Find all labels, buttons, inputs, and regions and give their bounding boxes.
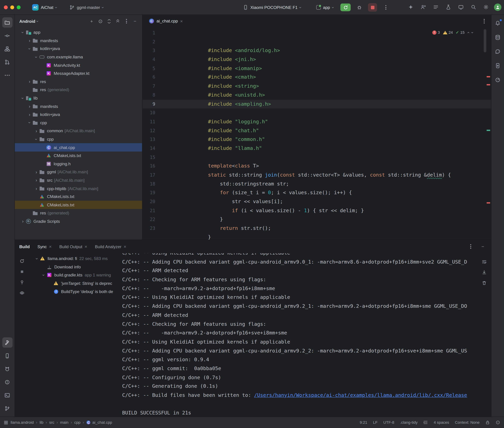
device-file-explorer-icon[interactable] xyxy=(493,32,503,42)
line-number[interactable]: 6 xyxy=(142,73,155,82)
more-options-icon[interactable] xyxy=(467,243,474,250)
project-tree-item[interactable]: res xyxy=(15,78,142,86)
project-tree-item[interactable]: Gradle Scripts xyxy=(15,217,142,225)
project-widget[interactable]: AC AiChat › xyxy=(29,3,60,12)
line-number[interactable]: 5 xyxy=(142,64,155,73)
pull-requests-icon[interactable] xyxy=(2,57,12,67)
tree-chevron-icon[interactable] xyxy=(27,37,33,44)
project-tree-item[interactable]: CMakeLists.txt xyxy=(15,151,142,160)
breadcrumb-item[interactable]: main xyxy=(60,420,72,425)
tree-chevron-icon[interactable] xyxy=(27,102,33,110)
editor-scrollbar[interactable] xyxy=(484,29,486,52)
stop-sync-icon[interactable] xyxy=(18,268,26,275)
line-number[interactable]: 4 xyxy=(142,55,155,64)
tree-chevron-icon[interactable] xyxy=(27,111,33,118)
line-number[interactable]: 1 xyxy=(142,29,155,38)
more-run-options-button[interactable] xyxy=(381,3,390,12)
line-number[interactable]: 7 xyxy=(142,82,155,91)
breadcrumb-item[interactable]: src xyxy=(49,420,58,425)
line-number[interactable]: 16 xyxy=(142,162,155,171)
tree-chevron-icon[interactable] xyxy=(34,168,39,176)
close-tab-icon[interactable]: × xyxy=(49,244,52,249)
line-number[interactable]: 9 xyxy=(142,100,155,109)
line-separator[interactable]: LF xyxy=(373,420,377,425)
build-tree-item[interactable]: Download info xyxy=(29,263,122,271)
tree-chevron-icon[interactable] xyxy=(20,28,26,36)
code-line[interactable]: 16 std::ostringstream str; xyxy=(142,162,491,171)
code-with-me-button[interactable] xyxy=(419,3,428,11)
tool-problems-icon[interactable] xyxy=(2,377,12,387)
tree-chevron-icon[interactable] xyxy=(34,135,39,143)
tree-chevron-icon[interactable] xyxy=(34,127,39,135)
line-number[interactable]: 10 xyxy=(142,109,155,117)
context-widget[interactable]: Context: None xyxy=(455,420,480,425)
run-config-selector[interactable]: app › xyxy=(315,3,335,12)
caret-position[interactable]: 9:21 xyxy=(360,420,367,425)
indent-setting[interactable]: 4 spaces xyxy=(434,420,449,425)
close-tab-icon[interactable]: × xyxy=(124,244,126,249)
tree-chevron-icon[interactable] xyxy=(40,160,46,168)
file-encoding[interactable]: UTF-8 xyxy=(383,420,394,425)
code-line[interactable]: 11 #include "common.h" xyxy=(142,117,491,126)
lock-icon[interactable] xyxy=(485,420,490,425)
tree-chevron-icon[interactable] xyxy=(34,176,39,184)
editor-tab[interactable]: ai_chat.cpp × xyxy=(145,15,186,27)
zoom-window-button[interactable] xyxy=(17,6,20,9)
profiler-gauge-icon[interactable] xyxy=(493,74,503,85)
tree-chevron-icon[interactable] xyxy=(40,61,46,69)
close-tab-icon[interactable]: × xyxy=(85,244,87,249)
project-tree-item[interactable]: CMakeLists.txt xyxy=(15,192,142,201)
build-tree-item[interactable]: BuildType 'debug' is both de xyxy=(29,287,122,296)
line-number[interactable]: 19 xyxy=(142,189,155,198)
code-line[interactable]: 14 template<class T> xyxy=(142,144,491,153)
tree-chevron-icon[interactable] xyxy=(48,280,53,287)
code-line[interactable]: 4 #include <cmath> xyxy=(142,55,491,64)
code-line[interactable]: 9 #include "logging.h" xyxy=(142,100,491,109)
tree-chevron-icon[interactable] xyxy=(34,53,39,61)
line-number[interactable]: 12 xyxy=(142,126,155,135)
project-tree-item[interactable]: com.example.llama xyxy=(15,53,142,61)
rerun-sync-icon[interactable] xyxy=(18,257,26,265)
code-line[interactable]: 18 str << values[i]; xyxy=(142,180,491,189)
tree-chevron-icon[interactable] xyxy=(41,263,47,271)
tree-chevron-icon[interactable] xyxy=(48,288,53,296)
tree-chevron-icon[interactable] xyxy=(20,217,26,225)
commit-icon[interactable] xyxy=(2,31,12,41)
device-selector[interactable]: Xiaomi POCOPHONE F1 › xyxy=(240,3,304,12)
line-number[interactable]: 11 xyxy=(142,117,155,126)
prev-problem-icon[interactable]: › xyxy=(466,32,470,33)
soft-wrap-icon[interactable] xyxy=(480,258,488,265)
scroll-to-end-icon[interactable] xyxy=(480,268,488,276)
tree-chevron-icon[interactable] xyxy=(41,271,47,279)
code-line[interactable]: 7 #include <sampling.h> xyxy=(142,82,491,91)
run-button[interactable] xyxy=(340,4,351,11)
project-tree-item[interactable]: MainActivity.kt xyxy=(15,61,142,69)
code-line[interactable]: 22 } xyxy=(142,215,491,224)
project-tree-item[interactable]: ggml [AiChat.lib.main] xyxy=(15,168,142,176)
breadcrumb-file[interactable]: ai_chat.cpp xyxy=(86,420,112,425)
tree-chevron-icon[interactable] xyxy=(27,119,33,127)
build-output-console[interactable]: C/C++: -- Using KleidiAI optimized kerne… xyxy=(122,253,477,417)
profiler-button[interactable] xyxy=(444,3,453,11)
project-tree-item[interactable]: kotlin+java xyxy=(15,45,142,53)
more-tool-windows-icon[interactable] xyxy=(2,70,12,80)
more-options-icon[interactable] xyxy=(122,17,130,25)
tool-version-control-icon[interactable] xyxy=(2,403,12,413)
tool-device-explorer-icon[interactable] xyxy=(2,351,12,361)
build-path-link[interactable]: /Users/hanyin/Workspace/ai-chat/examples… xyxy=(254,392,467,398)
project-tree-item[interactable]: CMakeLists.txt xyxy=(15,201,142,209)
hide-panel-icon[interactable]: − xyxy=(131,17,139,25)
line-number[interactable]: 17 xyxy=(142,171,155,180)
ai-assistant-button[interactable] xyxy=(406,3,415,11)
line-number[interactable]: 21 xyxy=(142,206,155,215)
change-stripe-mark[interactable] xyxy=(487,130,490,131)
line-number[interactable]: 3 xyxy=(142,46,155,55)
todo-list-button[interactable] xyxy=(431,3,440,11)
tree-chevron-icon[interactable] xyxy=(27,78,33,85)
project-tree-item[interactable]: cpp xyxy=(15,119,142,127)
code-line[interactable]: 19 if (i < values.size() - 1) { str << d… xyxy=(142,189,491,198)
next-problem-icon[interactable]: › xyxy=(470,32,475,33)
code-line[interactable]: 2 #include <jni.h> xyxy=(142,38,491,46)
search-everywhere-button[interactable] xyxy=(469,3,478,11)
build-tree-item[interactable]: build.gradle.kts app 1 warning xyxy=(29,271,122,279)
